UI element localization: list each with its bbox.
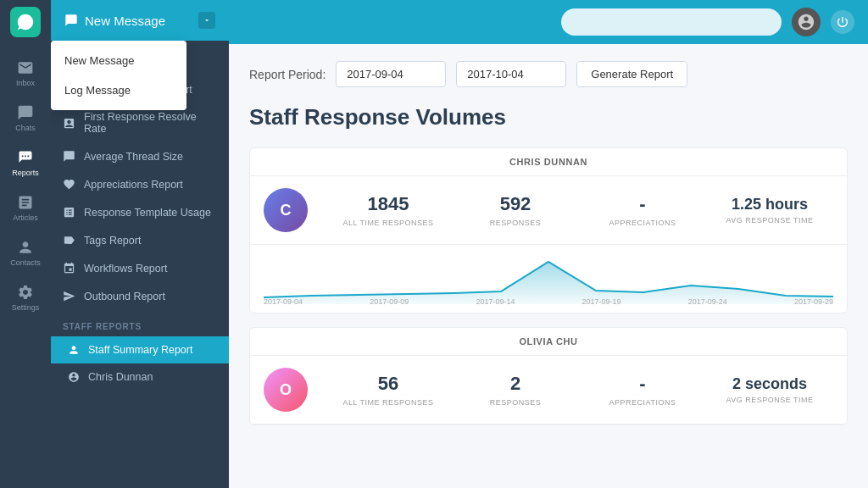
chris-card-header: CHRIS DUNNAN (250, 148, 847, 176)
olivia-all-time-value: 56 (325, 373, 452, 395)
first-response-label: First Response Resolve Rate (84, 111, 217, 135)
chris-responses-label: RESPONSES (452, 219, 579, 227)
chris-avg-response-value: 1.25 hours (706, 196, 833, 214)
avg-thread-size-label: Average Thread Size (84, 151, 183, 163)
olivia-appreciations: - APPRECIATIONS (579, 373, 706, 406)
olivia-responses-label: RESPONSES (452, 398, 579, 407)
staff-card-chris: CHRIS DUNNAN C 1845 ALL TIME RESPONSES 5… (249, 147, 848, 313)
olivia-appreciations-label: APPRECIATIONS (579, 398, 706, 407)
search-input[interactable] (561, 8, 782, 36)
dropdown-menu: New Message Log Message (51, 41, 186, 110)
icon-bar: Inbox Chats Reports Articles Contacts Se… (0, 0, 51, 488)
chris-label-0: 2017-09-04 (264, 297, 303, 306)
nav-reports-label: Reports (12, 169, 39, 177)
sidebar: New Message New Message Log Message Volu… (51, 0, 229, 488)
main-area: Report Period: Generate Report Staff Res… (229, 0, 868, 488)
chris-card-stats: C 1845 ALL TIME RESPONSES 592 RESPONSES … (250, 176, 847, 245)
olivia-avg-response-value: 2 seconds (706, 375, 833, 394)
chris-appreciations-label: APPRECIATIONS (579, 219, 706, 227)
chris-all-time-label: ALL TIME RESPONSES (325, 219, 452, 227)
sidebar-avg-thread-size[interactable]: Average Thread Size (51, 142, 229, 170)
nav-settings-label: Settings (12, 303, 40, 312)
sidebar-staff-summary[interactable]: Staff Summary Report (51, 336, 229, 363)
nav-inbox[interactable]: Inbox (0, 51, 51, 96)
nav-contacts-label: Contacts (10, 258, 41, 267)
report-controls: Report Period: Generate Report (249, 61, 848, 87)
new-message-label: New Message (85, 14, 165, 28)
workflows-report-label: Workflows Report (84, 263, 167, 274)
app-logo (10, 7, 41, 37)
olivia-responses-value: 2 (452, 373, 579, 395)
generate-report-button[interactable]: Generate Report (576, 61, 687, 87)
olivia-responses: 2 RESPONSES (452, 373, 579, 406)
dropdown-chevron[interactable] (198, 12, 215, 29)
olivia-avg-response: 2 seconds AVG RESPONSE TIME (706, 375, 833, 405)
nav-contacts[interactable]: Contacts (0, 230, 51, 275)
chris-dunnan-label: Chris Dunnan (88, 371, 153, 383)
olivia-card-header: OLIVIA CHU (250, 328, 847, 356)
power-button[interactable] (831, 10, 854, 34)
sidebar-workflows-report[interactable]: Workflows Report (51, 254, 229, 282)
nav-reports[interactable]: Reports (0, 141, 51, 186)
chris-chart: 2017-09-04 2017-09-09 2017-09-14 2017-09… (250, 245, 847, 313)
nav-articles-label: Articles (13, 214, 38, 222)
sidebar-header: New Message New Message Log Message (51, 0, 229, 41)
sidebar-chris-dunnan[interactable]: Chris Dunnan (51, 363, 229, 391)
chris-label-1: 2017-09-09 (370, 297, 409, 306)
date-to-input[interactable] (456, 61, 566, 87)
date-from-input[interactable] (336, 61, 446, 87)
olivia-all-time-responses: 56 ALL TIME RESPONSES (325, 373, 452, 406)
olivia-avatar: O (264, 368, 308, 412)
outbound-report-label: Outbound Report (84, 291, 165, 302)
template-usage-label: Response Template Usage (84, 207, 211, 219)
user-avatar (792, 8, 821, 36)
chris-appreciations-value: - (579, 193, 706, 215)
tags-report-label: Tags Report (84, 235, 141, 247)
chris-label-3: 2017-09-19 (582, 297, 621, 306)
sidebar-tags-report[interactable]: Tags Report (51, 226, 229, 254)
sidebar-appreciations[interactable]: Appreciations Report (51, 170, 229, 198)
appreciations-label: Appreciations Report (84, 179, 183, 191)
chris-label-5: 2017-09-29 (794, 297, 833, 306)
staff-card-olivia: OLIVIA CHU O 56 ALL TIME RESPONSES 2 RES… (249, 327, 848, 425)
dropdown-new-message[interactable]: New Message (51, 46, 186, 75)
olivia-all-time-label: ALL TIME RESPONSES (325, 398, 452, 407)
olivia-appreciations-value: - (579, 373, 706, 395)
nav-chats-label: Chats (15, 124, 36, 132)
chris-label-4: 2017-09-24 (688, 297, 727, 306)
chris-appreciations: - APPRECIATIONS (579, 193, 706, 226)
chris-chart-labels: 2017-09-04 2017-09-09 2017-09-14 2017-09… (264, 297, 833, 306)
chris-line-chart (264, 253, 833, 304)
sidebar-template-usage[interactable]: Response Template Usage (51, 198, 229, 226)
chris-label-2: 2017-09-14 (476, 297, 515, 306)
staff-reports-section-label: STAFF REPORTS (51, 310, 229, 336)
nav-chats[interactable]: Chats (0, 96, 51, 141)
nav-settings[interactable]: Settings (0, 275, 51, 320)
chris-avg-response: 1.25 hours AVG RESPONSE TIME (706, 196, 833, 225)
chris-avatar: C (264, 188, 308, 232)
main-content: Report Period: Generate Report Staff Res… (229, 44, 868, 488)
top-bar (229, 0, 868, 44)
chris-avg-response-label: AVG RESPONSE TIME (706, 216, 833, 225)
nav-articles[interactable]: Articles (0, 186, 51, 230)
staff-summary-label: Staff Summary Report (88, 344, 192, 356)
chris-all-time-responses: 1845 ALL TIME RESPONSES (325, 193, 452, 226)
report-period-label: Report Period: (249, 68, 326, 81)
chris-responses-value: 592 (452, 193, 579, 215)
new-message-button[interactable]: New Message (51, 0, 229, 41)
olivia-card-stats: O 56 ALL TIME RESPONSES 2 RESPONSES - AP… (250, 356, 847, 424)
chris-responses: 592 RESPONSES (452, 193, 579, 226)
dropdown-log-message[interactable]: Log Message (51, 75, 186, 105)
olivia-avg-response-label: AVG RESPONSE TIME (706, 396, 833, 404)
page-title: Staff Response Volumes (249, 104, 848, 130)
sidebar-outbound-report[interactable]: Outbound Report (51, 282, 229, 310)
chris-all-time-value: 1845 (325, 193, 452, 215)
nav-inbox-label: Inbox (16, 79, 35, 87)
